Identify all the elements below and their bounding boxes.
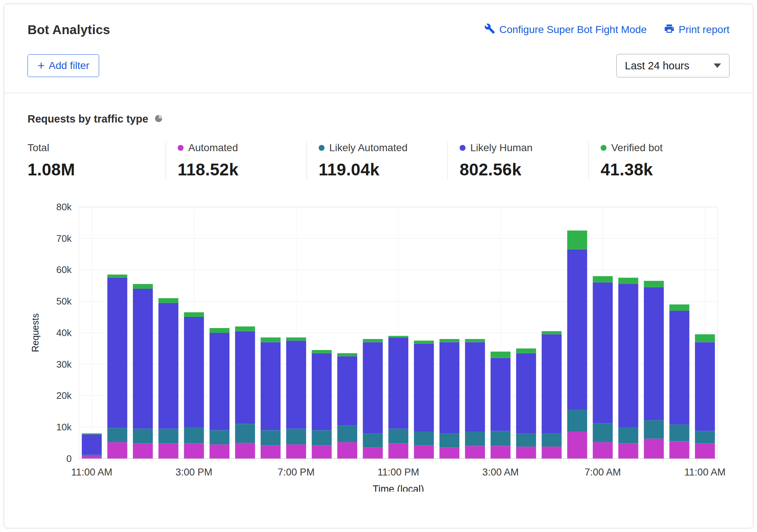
bar-segment-likely-human[interactable] xyxy=(644,287,664,420)
bar-segment-automated[interactable] xyxy=(312,445,332,459)
bar-segment-likely-automated[interactable] xyxy=(210,430,229,445)
bar-segment-verified-bot[interactable] xyxy=(210,328,229,333)
bar-segment-likely-human[interactable] xyxy=(516,353,536,434)
bar-segment-automated[interactable] xyxy=(593,442,613,459)
bar-segment-likely-human[interactable] xyxy=(414,344,434,432)
bar-segment-likely-automated[interactable] xyxy=(439,433,459,448)
bar-segment-likely-automated[interactable] xyxy=(363,433,383,448)
bar-segment-likely-automated[interactable] xyxy=(261,430,280,445)
bar-segment-likely-automated[interactable] xyxy=(618,427,638,444)
bar-segment-automated[interactable] xyxy=(159,444,178,459)
bar-segment-automated[interactable] xyxy=(490,446,510,458)
bar-segment-likely-human[interactable] xyxy=(82,434,102,455)
bar-segment-likely-human[interactable] xyxy=(465,342,485,432)
bar-segment-verified-bot[interactable] xyxy=(516,349,536,353)
bar-segment-likely-automated[interactable] xyxy=(516,433,536,447)
bar-segment-verified-bot[interactable] xyxy=(618,278,638,284)
bar-segment-verified-bot[interactable] xyxy=(82,433,102,434)
bar-segment-automated[interactable] xyxy=(414,445,434,459)
bar-segment-verified-bot[interactable] xyxy=(312,350,332,353)
bar-segment-likely-automated[interactable] xyxy=(184,427,204,444)
bar-segment-verified-bot[interactable] xyxy=(465,339,485,342)
bar-segment-likely-human[interactable] xyxy=(388,338,408,429)
bar-segment-likely-human[interactable] xyxy=(695,342,715,431)
bar-segment-automated[interactable] xyxy=(261,445,280,459)
bar-segment-likely-human[interactable] xyxy=(593,283,613,423)
bar-segment-likely-human[interactable] xyxy=(439,342,459,434)
bar-segment-verified-bot[interactable] xyxy=(644,281,664,287)
bar-segment-verified-bot[interactable] xyxy=(695,334,715,342)
bar-segment-automated[interactable] xyxy=(388,444,408,459)
bar-segment-likely-automated[interactable] xyxy=(82,455,102,456)
bar-segment-verified-bot[interactable] xyxy=(133,284,153,289)
bar-segment-verified-bot[interactable] xyxy=(567,230,587,249)
bar-segment-automated[interactable] xyxy=(235,443,255,459)
bar-segment-likely-automated[interactable] xyxy=(414,432,434,445)
bar-segment-verified-bot[interactable] xyxy=(159,298,178,303)
bar-segment-likely-automated[interactable] xyxy=(695,431,715,443)
bar-segment-likely-human[interactable] xyxy=(542,334,561,433)
bar-segment-automated[interactable] xyxy=(337,442,357,459)
bar-segment-likely-human[interactable] xyxy=(567,249,587,410)
bar-segment-verified-bot[interactable] xyxy=(593,276,613,283)
bar-segment-automated[interactable] xyxy=(695,444,715,459)
time-range-select[interactable]: Last 24 hours xyxy=(616,54,729,77)
bar-segment-likely-human[interactable] xyxy=(184,317,204,427)
bar-segment-likely-human[interactable] xyxy=(363,342,383,434)
bar-segment-likely-human[interactable] xyxy=(159,303,178,429)
bar-segment-automated[interactable] xyxy=(465,446,485,458)
bar-segment-likely-human[interactable] xyxy=(210,333,229,430)
bar-segment-verified-bot[interactable] xyxy=(235,327,255,331)
bar-segment-automated[interactable] xyxy=(439,448,459,459)
bar-segment-likely-automated[interactable] xyxy=(567,410,587,432)
bar-segment-likely-human[interactable] xyxy=(107,278,127,428)
bar-segment-verified-bot[interactable] xyxy=(542,331,561,335)
bar-segment-verified-bot[interactable] xyxy=(414,340,434,344)
bar-segment-likely-human[interactable] xyxy=(618,284,638,427)
bar-segment-likely-automated[interactable] xyxy=(312,430,332,445)
bar-segment-automated[interactable] xyxy=(107,442,127,459)
bar-segment-verified-bot[interactable] xyxy=(286,338,306,341)
bar-segment-likely-automated[interactable] xyxy=(107,428,127,442)
configure-super-bot-fight-mode-link[interactable]: Configure Super Bot Fight Mode xyxy=(484,23,647,37)
bar-segment-verified-bot[interactable] xyxy=(388,336,408,337)
bar-segment-likely-automated[interactable] xyxy=(235,424,255,442)
bar-segment-automated[interactable] xyxy=(82,456,102,459)
bar-segment-likely-automated[interactable] xyxy=(593,423,613,442)
bar-segment-likely-automated[interactable] xyxy=(542,433,561,447)
bar-segment-likely-human[interactable] xyxy=(133,289,153,429)
bar-segment-likely-human[interactable] xyxy=(337,356,357,426)
bar-segment-automated[interactable] xyxy=(184,444,204,459)
bar-segment-automated[interactable] xyxy=(644,439,664,459)
bar-segment-likely-human[interactable] xyxy=(235,331,255,424)
bar-segment-verified-bot[interactable] xyxy=(107,274,127,278)
bar-segment-likely-automated[interactable] xyxy=(337,426,357,442)
bar-segment-verified-bot[interactable] xyxy=(439,339,459,342)
bar-segment-likely-human[interactable] xyxy=(286,340,306,429)
bar-segment-likely-automated[interactable] xyxy=(490,431,510,446)
bar-segment-automated[interactable] xyxy=(516,447,536,459)
bar-segment-likely-automated[interactable] xyxy=(133,429,153,443)
bar-segment-automated[interactable] xyxy=(286,444,306,459)
bar-segment-automated[interactable] xyxy=(210,444,229,459)
bar-segment-verified-bot[interactable] xyxy=(363,339,383,342)
bar-segment-likely-automated[interactable] xyxy=(644,420,664,439)
bar-segment-likely-human[interactable] xyxy=(261,342,280,430)
bar-segment-automated[interactable] xyxy=(618,444,638,459)
bar-segment-automated[interactable] xyxy=(669,441,689,459)
bar-segment-likely-human[interactable] xyxy=(312,353,332,430)
bar-segment-verified-bot[interactable] xyxy=(669,305,689,311)
bar-segment-verified-bot[interactable] xyxy=(184,312,204,317)
bar-segment-likely-automated[interactable] xyxy=(465,432,485,446)
bar-segment-likely-human[interactable] xyxy=(669,311,689,424)
bar-segment-likely-automated[interactable] xyxy=(159,429,178,443)
bar-segment-likely-automated[interactable] xyxy=(669,424,689,441)
bar-segment-likely-automated[interactable] xyxy=(286,429,306,444)
add-filter-button[interactable]: + Add filter xyxy=(28,54,99,77)
bar-segment-automated[interactable] xyxy=(363,448,383,459)
bar-segment-likely-human[interactable] xyxy=(490,358,510,431)
bar-segment-likely-automated[interactable] xyxy=(388,429,408,443)
bar-segment-automated[interactable] xyxy=(567,432,587,459)
print-report-link[interactable]: Print report xyxy=(664,23,730,37)
bar-segment-verified-bot[interactable] xyxy=(490,351,510,358)
